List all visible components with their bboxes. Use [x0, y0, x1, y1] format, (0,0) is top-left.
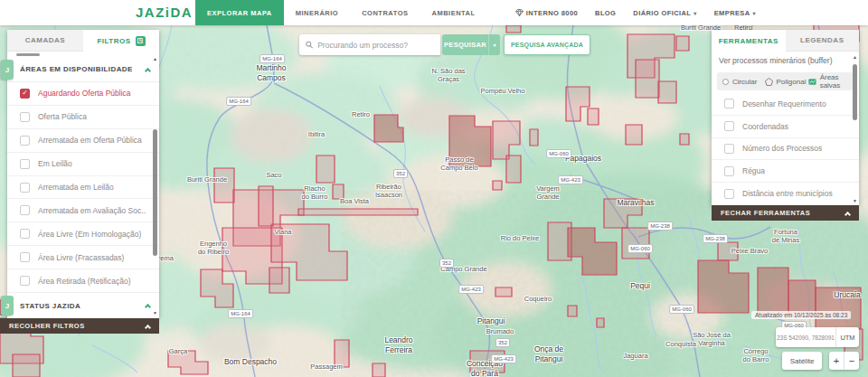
search-icon — [306, 41, 313, 49]
secondary-menu: INTERNO 8000BLOGDIÁRIO OFICIAL▾EMPRESA▾ — [515, 0, 756, 25]
filter-item-aguardando-oferta-publica[interactable]: ✓Aguardando Oferta Pública — [7, 82, 159, 106]
nav-interno-8000[interactable]: INTERNO 8000 — [515, 9, 578, 17]
zoom-in-button[interactable]: + — [829, 352, 844, 370]
road-badge-mg-238: MG-238 — [703, 234, 728, 243]
buffer-option-areas-salvas[interactable]: Áreas salvas — [808, 72, 854, 90]
right-panel-scrollbar[interactable]: ▲ ▼ — [852, 55, 858, 203]
section-status-jazida[interactable]: J STATUS JAZIDA — [7, 293, 159, 318]
jazida-logo[interactable]: JAZiDA — [136, 0, 193, 25]
filter-item-area-livre-fracassadas[interactable]: Área Livre (Fracassadas) — [7, 246, 159, 269]
road-badge-mg-423: MG-423 — [558, 175, 583, 184]
search-input-box[interactable] — [299, 34, 440, 55]
last-updated-label: Atualizado em 10/12/2025 às 08:23 — [751, 311, 851, 319]
nav-minerario[interactable]: MINERÁRIO — [284, 0, 350, 25]
section-areas-disponibilidade[interactable]: J ÁREAS EM DISPONIBILIDADE — [7, 57, 159, 82]
radio-icon — [722, 79, 729, 85]
tool-label: Régua — [742, 166, 765, 175]
collapse-filters-bar[interactable]: RECOLHER FILTROS — [0, 318, 159, 334]
checkbox-area-retirada-retificacao[interactable] — [20, 276, 30, 286]
coordinate-system-button[interactable]: UTM — [835, 327, 859, 347]
filter-item-em-leilao[interactable]: Em Leilão — [7, 153, 159, 176]
road-badge-mg-060: MG-060 — [546, 149, 571, 158]
road-badge-mg-164: MG-164 — [226, 97, 251, 106]
jazida-section-marker[interactable]: J — [1, 60, 14, 80]
filter-item-area-retirada-retificacao[interactable]: Área Retirada (Retificação) — [7, 269, 159, 293]
road-badge-352: 352 — [439, 259, 454, 268]
filter-label: Área Retirada (Retificação) — [38, 277, 131, 286]
checkbox-numero-dos-processos[interactable] — [724, 144, 734, 154]
checkbox-desenhar-requerimento[interactable] — [724, 99, 734, 108]
filter-label: Arrematada em Leilão — [38, 183, 114, 192]
road-badge-mg-060: MG-060 — [627, 244, 653, 253]
tool-list: Desenhar RequerimentoCoordenadasNúmero d… — [712, 93, 859, 205]
tool-item-distancia-entre-municipios[interactable]: Distância entre municípios — [712, 183, 859, 205]
checkbox-aguardando-oferta-publica[interactable]: ✓ — [20, 89, 30, 99]
filter-label: Oferta Pública — [38, 112, 87, 121]
tool-item-coordenadas[interactable]: Coordenadas — [712, 116, 859, 138]
tools-panel: FERRAMENTAS LEGENDAS Ver processos miner… — [712, 30, 859, 205]
caret-down-icon: ▾ — [693, 10, 696, 16]
nav-explorar-mapa[interactable]: EXPLORAR MAPA — [195, 0, 284, 25]
checkbox-em-leilao[interactable] — [20, 159, 30, 169]
gem-icon — [515, 9, 524, 16]
filters-panel: CAMADAS FILTROS ◳ J ÁREAS EM DISPONIBILI… — [7, 30, 159, 318]
cursor-coordinates: 23S 542090, 7828091 — [776, 335, 835, 341]
checkbox-arrematada-em-leilao[interactable] — [20, 183, 30, 193]
filter-item-oferta-publica[interactable]: Oferta Pública — [7, 106, 159, 129]
nav-diario-oficial[interactable]: DIÁRIO OFICIAL▾ — [633, 9, 696, 17]
nav-empresa[interactable]: EMPRESA▾ — [714, 9, 756, 17]
coordinates-widget: 23S 542090, 7828091 UTM — [776, 327, 859, 347]
chevron-up-icon — [145, 67, 151, 73]
top-navbar: JAZiDA EXPLORAR MAPAMINERÁRIOCONTRATOSAM… — [0, 0, 868, 25]
tab-ferramentas[interactable]: FERRAMENTAS — [712, 30, 786, 52]
tool-item-regua[interactable]: Régua — [712, 160, 859, 183]
advanced-search-button[interactable]: PESQUISA AVANÇADA — [504, 34, 590, 55]
buffer-option-poligonal[interactable]: Poligonal — [762, 72, 807, 90]
search-options-caret-button[interactable]: ▾ — [488, 34, 500, 55]
nav-ambiental[interactable]: AMBIENTAL — [420, 0, 487, 25]
checkbox-oferta-publica[interactable] — [20, 112, 30, 122]
nav-label: INTERNO 8000 — [526, 9, 578, 17]
road-badge-mg-164: MG-164 — [259, 54, 285, 63]
filter-label: Em Leilão — [38, 159, 72, 168]
checkbox-area-livre-fracassadas[interactable] — [20, 252, 30, 262]
checkbox-arrematada-em-oferta-publica[interactable] — [20, 136, 30, 146]
tool-label: Distância entre municípios — [742, 189, 833, 198]
zoom-out-button[interactable]: − — [844, 352, 859, 370]
filter-list: ✓Aguardando Oferta PúblicaOferta Pública… — [7, 82, 159, 293]
jazida-section-marker[interactable]: J — [1, 296, 14, 316]
zoom-controls: + − — [829, 352, 859, 370]
buffer-option-label: Circular — [732, 78, 758, 86]
road-badge-mg-238: MG-238 — [647, 221, 673, 231]
checkbox-regua[interactable] — [724, 166, 734, 176]
basemap-toggle-button[interactable]: Satélite — [782, 352, 822, 370]
filter-item-arrematada-em-oferta-publica[interactable]: Arrematada em Oferta Pública — [7, 129, 159, 153]
filter-label: Aguardando Oferta Pública — [38, 89, 131, 98]
search-input[interactable] — [317, 41, 434, 50]
checkbox-area-livre-em-homologacao[interactable] — [20, 229, 30, 239]
checkbox-arrematada-em-avaliacao-soc[interactable] — [20, 205, 30, 215]
tab-camadas[interactable]: CAMADAS — [7, 30, 83, 52]
tool-label: Coordenadas — [742, 122, 788, 131]
tool-item-numero-dos-processos[interactable]: Número dos Processos — [712, 138, 859, 161]
left-panel-scrollbar[interactable]: ▲ ▼ — [152, 57, 158, 316]
nav-blog[interactable]: BLOG — [595, 9, 616, 17]
nav-contratos[interactable]: CONTRATOS — [350, 0, 420, 25]
buffer-option-label: Áreas salvas — [820, 73, 854, 90]
close-tools-bar[interactable]: FECHAR FERRAMENTAS — [712, 205, 859, 221]
tool-item-desenhar-requerimento[interactable]: Desenhar Requerimento — [712, 93, 859, 116]
tab-filtros[interactable]: FILTROS ◳ — [83, 30, 159, 52]
filter-item-area-livre-em-homologacao[interactable]: Área Livre (Em Homologação) — [7, 222, 159, 246]
checkbox-coordenadas[interactable] — [724, 121, 734, 131]
process-search-bar: PESQUISAR ▾ PESQUISA AVANÇADA — [299, 34, 590, 55]
filter-item-arrematada-em-leilao[interactable]: Arrematada em Leilão — [7, 176, 159, 200]
buffer-option-circular[interactable]: Circular — [717, 72, 762, 90]
search-button[interactable]: PESQUISAR — [442, 34, 488, 55]
main-menu: EXPLORAR MAPAMINERÁRIOCONTRATOSAMBIENTAL — [195, 0, 487, 25]
checkbox-distancia-entre-municipios[interactable] — [724, 189, 734, 199]
filters-expand-icon[interactable]: ◳ — [136, 36, 146, 46]
tab-legendas[interactable]: LEGENDAS — [786, 30, 860, 52]
filter-item-arrematada-em-avaliacao-soc[interactable]: Arrematada em Avaliação Soc... — [7, 199, 159, 222]
road-badge-mg-060: MG-060 — [669, 305, 694, 314]
filter-label: Arrematada em Avaliação Soc... — [38, 206, 146, 215]
